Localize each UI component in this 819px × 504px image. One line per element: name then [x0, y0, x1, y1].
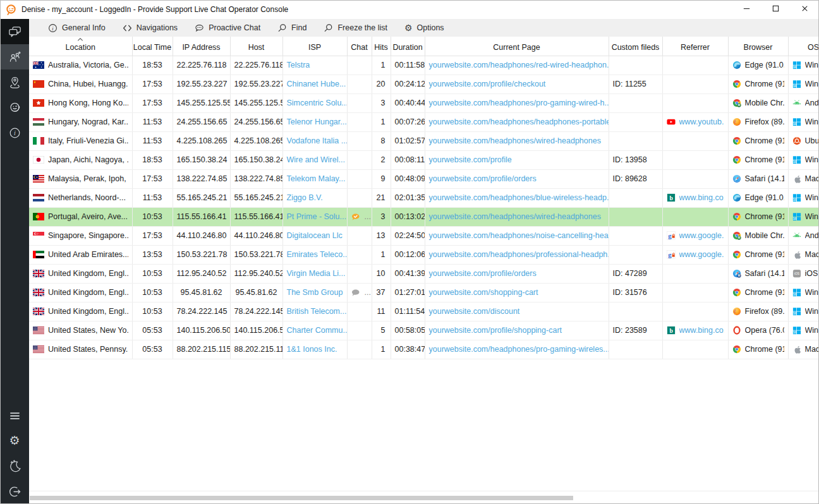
sidebar-item-logout[interactable] — [0, 479, 29, 504]
sidebar-item-theme[interactable] — [0, 453, 29, 479]
chat-cell — [347, 169, 372, 188]
isp-link[interactable]: Charter Commu... — [287, 326, 348, 335]
chat-cell — [347, 321, 372, 340]
column-header-ip-address[interactable]: IP Address — [173, 37, 230, 56]
column-header-host[interactable]: Host — [230, 37, 282, 56]
local-time-cell: 17:53 — [132, 93, 173, 112]
current-page-link[interactable]: yourwebsite.com/headphones/blue-wireless… — [429, 193, 609, 202]
visitor-row[interactable]: Hungary, Nograd, Kar...11:5324.255.156.6… — [29, 112, 819, 131]
visitor-row[interactable]: Australia, Victoria, Ge...18:5322.225.76… — [29, 56, 819, 75]
current-page-link[interactable]: yourwebsite.com/headphones/wired-headpho… — [429, 136, 601, 145]
isp-link[interactable]: Simcentric Solu... — [287, 99, 348, 107]
visitor-row[interactable]: China, Hubei, Huangg...17:53192.55.23.22… — [29, 75, 819, 93]
sidebar-item-geo-location[interactable] — [0, 69, 29, 95]
referrer-link[interactable]: www.bing.co... — [679, 193, 724, 202]
current-page-link[interactable]: yourwebsite.com/profile/orders — [429, 174, 537, 183]
referrer-link[interactable]: www.bing.co... — [679, 326, 724, 335]
current-page-link[interactable]: yourwebsite.com/headphones/headphones-po… — [429, 117, 609, 126]
sidebar-item-visitors[interactable] — [0, 44, 29, 69]
referrer-link[interactable]: www.google... — [679, 231, 724, 240]
column-header-chat[interactable]: Chat — [347, 37, 372, 56]
scrollbar-thumb[interactable] — [30, 496, 573, 500]
isp-link[interactable]: Telstra — [287, 61, 310, 69]
visitor-row[interactable]: United Arab Emirates...13:53150.53.221.7… — [29, 245, 819, 264]
referrer-cell — [662, 56, 728, 75]
isp-link[interactable]: Virgin Media Li... — [287, 269, 346, 278]
isp-link[interactable]: Chinanet Hube... — [287, 80, 346, 88]
isp-link[interactable]: Vodafone Italia ... — [287, 136, 348, 145]
isp-link[interactable]: Emirates Teleco... — [287, 250, 348, 259]
isp-link[interactable]: 1&1 Ionos Inc. — [287, 345, 337, 354]
current-page-link[interactable]: yourwebsite.com/headphones/noise-cancell… — [429, 231, 609, 240]
local-time-cell: 11:53 — [132, 188, 173, 207]
visitor-row[interactable]: Hong Kong, Hong Ko...17:53145.255.125.55… — [29, 93, 819, 112]
current-page-link[interactable]: yourwebsite.com/profile/orders — [429, 269, 537, 278]
minimize-icon — [742, 4, 751, 15]
current-page-cell: yourwebsite.com/profile/shopping-cart — [425, 321, 609, 340]
visitor-row[interactable]: Japan, Aichi, Nagoya, ...18:53165.150.38… — [29, 150, 819, 169]
isp-link[interactable]: British Telecom... — [287, 307, 347, 316]
column-header-referrer[interactable]: Referrer — [662, 37, 728, 56]
minimize-button[interactable] — [732, 0, 761, 19]
visitor-row[interactable]: Singapore, Singapore...17:5344.110.246.8… — [29, 226, 819, 245]
visitor-row[interactable]: United Kingdom, Engl...10:5378.24.222.14… — [29, 302, 819, 321]
current-page-link[interactable]: yourwebsite.com/headphones/pro-gaming-wi… — [429, 99, 609, 107]
isp-link[interactable]: Telenor Hungar... — [287, 117, 347, 126]
column-header-isp[interactable]: ISP — [282, 37, 347, 56]
toolbar-item-general-info[interactable]: iGeneral Info — [48, 23, 106, 33]
current-page-link[interactable]: yourwebsite.com/profile/shopping-cart — [429, 326, 562, 335]
visitor-row[interactable]: Netherlands, Noord-...11:5355.165.245.21… — [29, 188, 819, 207]
isp-link[interactable]: Wire and Wirel... — [287, 155, 345, 164]
visitor-row[interactable]: United States, New Yo...05:53140.115.206… — [29, 321, 819, 340]
column-header-location[interactable]: Location — [29, 37, 132, 56]
sidebar-item-menu[interactable] — [0, 403, 29, 428]
ip-cell: 140.115.206.50 — [173, 321, 230, 340]
current-page-link[interactable]: yourwebsite.com/profile — [429, 155, 512, 164]
referrer-link[interactable]: www.google... — [679, 250, 724, 259]
current-page-cell: yourwebsite.com/profile — [425, 150, 609, 169]
current-page-link[interactable]: yourwebsite.com/shopping-cart — [429, 288, 538, 297]
toolbar-item-options[interactable]: ⚙Options — [404, 23, 444, 32]
maximize-button[interactable] — [761, 0, 790, 19]
sidebar-item-info[interactable]: i — [0, 120, 29, 145]
current-page-link[interactable]: yourwebsite.com/discount — [429, 307, 520, 316]
current-page-link[interactable]: yourwebsite.com/headphones/pro-gaming-wi… — [429, 345, 609, 354]
column-header-current-page[interactable]: Current Page — [425, 37, 609, 56]
isp-link[interactable]: Digitalocean Llc — [287, 231, 343, 240]
horizontal-scrollbar[interactable] — [29, 491, 819, 504]
column-header-duration[interactable]: Duration — [391, 37, 425, 56]
custom-fields-cell: ID: 13958 — [609, 150, 662, 169]
column-header-browser[interactable]: Browser — [728, 37, 788, 56]
sidebar-item-chats[interactable] — [0, 19, 29, 44]
isp-link[interactable]: Pt Prime - Solu... — [287, 212, 346, 221]
visitor-row[interactable]: United States, Pennsy...05:5388.202.215.… — [29, 340, 819, 359]
visitor-row[interactable]: Portugal, Aveiro, Ave...10:53115.55.166.… — [29, 207, 819, 226]
toolbar-item-navigations[interactable]: Navigations — [123, 23, 178, 33]
visitor-row[interactable]: Italy, Friuli-Venezia Gi...11:534.225.10… — [29, 131, 819, 150]
sidebar-item-operators[interactable] — [0, 95, 29, 120]
toolbar-item-find[interactable]: Find — [277, 23, 306, 33]
visitor-row[interactable]: United Kingdom, Engl...10:5395.45.81.629… — [29, 283, 819, 302]
sidebar-item-settings[interactable]: ⚙ — [0, 428, 29, 453]
close-button[interactable] — [790, 0, 819, 19]
current-page-link[interactable]: yourwebsite.com/headphones/professional-… — [429, 250, 609, 259]
current-page-link[interactable]: yourwebsite.com/headphones/wired-headpho… — [429, 212, 601, 221]
isp-link[interactable]: The Smb Group — [287, 288, 343, 297]
column-header-local-time[interactable]: Local Time — [132, 37, 173, 56]
column-header-custom-fileds[interactable]: Custom fileds — [609, 37, 662, 56]
column-header-os[interactable]: OS — [788, 37, 819, 56]
referrer-link[interactable]: www.youtub... — [679, 117, 724, 126]
toolbar-item-freeze-the-list[interactable]: Freeze the list — [324, 23, 387, 33]
current-page-link[interactable]: yourwebsite.com/headphones/red-wired-hea… — [429, 61, 609, 69]
toolbar-item-proactive-chat[interactable]: Proactive Chat — [195, 23, 260, 33]
chrome-icon — [732, 80, 741, 88]
flag-it-icon — [33, 137, 44, 145]
current-page-link[interactable]: yourwebsite.com/profile/checkout — [429, 80, 546, 88]
visitor-row[interactable]: Malaysia, Perak, Ipoh, ...17:53138.222.7… — [29, 169, 819, 188]
isp-link[interactable]: Telekom Malay... — [287, 174, 346, 183]
isp-link[interactable]: Ziggo B.V. — [287, 193, 323, 202]
hits-cell: 1 — [372, 56, 391, 75]
svg-text:10: 10 — [792, 311, 796, 315]
column-header-hits[interactable]: Hits — [372, 37, 391, 56]
visitor-row[interactable]: United Kingdom, Engl...10:53112.95.240.5… — [29, 264, 819, 283]
